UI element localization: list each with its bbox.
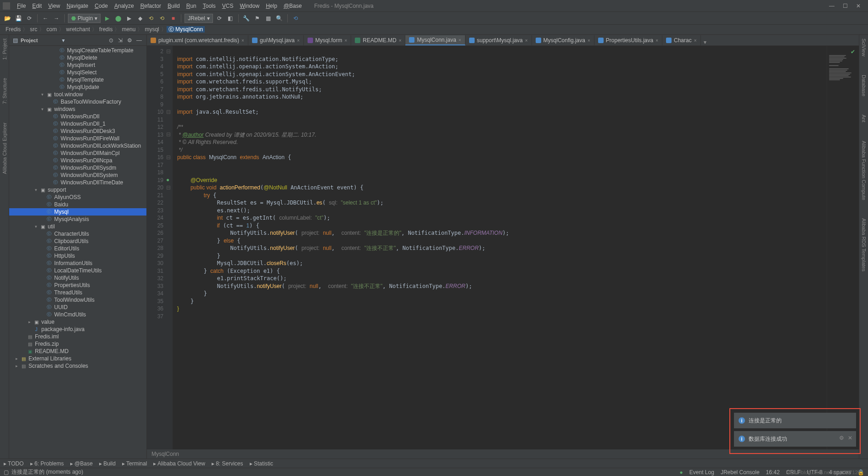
- tool-alibaba-cloud-explorer[interactable]: Alibaba Cloud Explorer: [2, 122, 7, 174]
- jrebel-console-button[interactable]: JRebel Console: [721, 469, 760, 476]
- tree-item-fredis-iml[interactable]: ▤Fredis.iml: [9, 333, 146, 340]
- tree-item-clipboardutils[interactable]: ⓒClipboardUtils: [9, 238, 146, 245]
- save-icon[interactable]: 💾: [14, 14, 23, 23]
- tree-item-basetoolwindowfactory[interactable]: ⓒBaseToolWindowFactory: [9, 98, 146, 105]
- close-icon[interactable]: ×: [694, 38, 697, 43]
- tree-item-external-libraries[interactable]: ▸▤External Libraries: [9, 355, 146, 362]
- run-config-combo[interactable]: ⬣ Plugin ▾: [68, 14, 101, 23]
- tool-statistic[interactable]: ▸ Statistic: [250, 460, 273, 467]
- tree-item-windowsrundllsystem[interactable]: ⓒWindowsRunDllSystem: [9, 172, 146, 179]
- tree-item-util[interactable]: ▾▣util: [9, 223, 146, 230]
- tree-item-windowsrundlllockworkstation[interactable]: ⓒWindowsRunDllLockWorkStation: [9, 142, 146, 149]
- hide-icon[interactable]: —: [136, 37, 143, 44]
- flag-icon[interactable]: ⚑: [253, 14, 262, 23]
- breadcrumb-fredis[interactable]: fredis: [97, 26, 114, 33]
- menu-@base[interactable]: @Base: [280, 3, 305, 9]
- event-log-button[interactable]: Event Log: [689, 469, 714, 476]
- stop-icon[interactable]: ■: [168, 14, 178, 23]
- profile-icon[interactable]: ◆: [135, 14, 145, 23]
- editor-tab-support-mysql-java[interactable]: support\Mysql.java×: [465, 35, 532, 45]
- tree-item-windowsrundlldesk3[interactable]: ⓒWindowsRunDllDesk3: [9, 127, 146, 135]
- editor-tab-plugin-xml--com-wretchant-fredis-[interactable]: plugin.xml (com.wretchant.fredis)×: [147, 35, 248, 45]
- search-icon[interactable]: 🔍: [275, 14, 284, 23]
- tool-alibaba-rds-templates[interactable]: Alibaba RDS Templates: [861, 218, 867, 271]
- tree-item-mysqlupdate[interactable]: ⓒMysqlUpdate: [9, 83, 146, 91]
- hammer-icon[interactable]: 🔧: [242, 14, 251, 23]
- tool-7--structure[interactable]: 7: Structure: [2, 78, 7, 104]
- tree-item-tool-window[interactable]: ▾▣tool.window: [9, 91, 146, 98]
- tree-item-baidu[interactable]: ⓒBaidu: [9, 201, 146, 208]
- editor-tab-mysqlconn-java[interactable]: MysqlConn.java×: [405, 35, 465, 45]
- tree-item-mysql[interactable]: ⓒMysql: [9, 208, 146, 216]
- coverage-icon[interactable]: ▶: [124, 14, 134, 23]
- tree-item-mysqlinsert[interactable]: ⓒMysqlInsert: [9, 61, 146, 69]
- gear-icon[interactable]: ⚙: [127, 37, 134, 44]
- code-minimap[interactable]: ✔: [827, 46, 859, 449]
- tree-item-windowsrundllmaincpl[interactable]: ⓒWindowsRunDllMainCpl: [9, 149, 146, 157]
- menu-code[interactable]: Code: [91, 3, 111, 9]
- fold-gutter[interactable]: ⊟ ⊟ ⊟ ⊟ ● ⊟: [166, 46, 173, 449]
- tool-6--problems[interactable]: ▸ 6: Problems: [30, 460, 64, 467]
- menu-navigate[interactable]: Navigate: [63, 3, 91, 9]
- tree-item-mysqlcreatetabletemplate[interactable]: ⓒMysqlCreateTableTemplate: [9, 47, 146, 54]
- tool-sciview[interactable]: SciView: [861, 39, 867, 56]
- back-icon[interactable]: ←: [41, 14, 50, 23]
- breadcrumb-com[interactable]: com: [45, 26, 59, 33]
- tree-item-windowsrundlltimedate[interactable]: ⓒWindowsRunDllTimeDate: [9, 179, 146, 186]
- breadcrumb-mysqlconn[interactable]: ⓒ MysqlConn: [167, 26, 205, 33]
- tree-item-package-info-java[interactable]: Jpackage-info.java: [9, 326, 146, 333]
- close-icon[interactable]: ✕: [848, 435, 852, 441]
- locate-icon[interactable]: ⊙: [109, 37, 115, 44]
- forward-icon[interactable]: →: [52, 14, 61, 23]
- tree-item-toolwindowutils[interactable]: ⓒToolWindowUtils: [9, 296, 146, 304]
- tree-item-informationutils[interactable]: ⓒInformationUtils: [9, 260, 146, 267]
- tree-item-threadutils[interactable]: ⓒThreadUtils: [9, 289, 146, 296]
- tree-item-editorutils[interactable]: ⓒEditorUtils: [9, 245, 146, 252]
- tool-1--project[interactable]: 1: Project: [2, 39, 7, 60]
- close-icon[interactable]: ×: [459, 38, 461, 43]
- tool-database[interactable]: Database: [861, 75, 867, 96]
- project-tree[interactable]: ⓒMysqlCreateTableTemplateⓒMysqlDeleteⓒMy…: [9, 46, 146, 459]
- tree-item-readme-md[interactable]: ▣README.MD: [9, 348, 146, 355]
- tree-item-windowsrundll[interactable]: ⓒWindowsRunDll: [9, 113, 146, 120]
- menu-build[interactable]: Build: [164, 3, 183, 9]
- close-icon[interactable]: ×: [241, 38, 244, 43]
- tree-item-windows[interactable]: ▾▣windows: [9, 105, 146, 113]
- editor-tab-readme-md[interactable]: README.MD×: [351, 35, 405, 45]
- close-icon[interactable]: ×: [588, 38, 590, 43]
- expand-icon[interactable]: ⇲: [118, 37, 124, 44]
- minimize-icon[interactable]: —: [829, 3, 834, 9]
- close-icon[interactable]: ×: [655, 38, 658, 43]
- debug-icon[interactable]: ⬤: [113, 14, 123, 23]
- close-icon[interactable]: ×: [297, 38, 300, 43]
- tree-item-fredis-zip[interactable]: ▤Fredis.zip: [9, 340, 146, 348]
- tree-item-mysqlanalysis[interactable]: ⓒMysqlAnalysis: [9, 216, 146, 223]
- tool-alibaba-function-compute[interactable]: Alibaba Function Compute: [861, 141, 867, 200]
- tree-item-wincmdutils[interactable]: ⓒWinCmdUtils: [9, 311, 146, 318]
- calendar-icon[interactable]: ▦: [264, 14, 273, 23]
- tree-item-windowsrundllsysdm[interactable]: ⓒWindowsRunDllSysdm: [9, 164, 146, 172]
- open-icon[interactable]: 📂: [3, 14, 12, 23]
- close-icon[interactable]: ×: [344, 38, 347, 43]
- tabs-more-icon[interactable]: ▾: [701, 39, 709, 45]
- tree-item-windowsrundllncpa[interactable]: ⓒWindowsRunDllNcpa: [9, 157, 146, 164]
- editor-tab-mysqlconfig-java[interactable]: MysqlConfig.java×: [532, 35, 594, 45]
- tool-alibaba-cloud-view[interactable]: ▸ Alibaba Cloud View: [153, 460, 205, 467]
- menu-help[interactable]: Help: [263, 3, 280, 9]
- menu-file[interactable]: File: [14, 3, 29, 9]
- close-icon[interactable]: ×: [399, 38, 402, 43]
- tree-item-uuid[interactable]: ⓒUUID: [9, 304, 146, 311]
- tree-item-mysqltemplate[interactable]: ⓒMysqlTemplate: [9, 76, 146, 83]
- code-editor[interactable]: import com.intellij.notification.Notific…: [173, 46, 827, 449]
- editor-tab-gui-mysql-java[interactable]: gui\Mysql.java×: [248, 35, 304, 45]
- editor-tab-mysql-form[interactable]: Mysql.form×: [304, 35, 352, 45]
- tool-todo[interactable]: ▸ TODO: [4, 460, 24, 467]
- tool-build[interactable]: ▸ Build: [99, 460, 116, 467]
- menu-run[interactable]: Run: [183, 3, 200, 9]
- tree-item-httputils[interactable]: ⓒHttpUtils: [9, 252, 146, 260]
- rerun2-icon[interactable]: ⟲: [157, 14, 167, 23]
- tool-8--services[interactable]: ▸ 8: Services: [212, 460, 243, 467]
- tree-item-propertiesutils[interactable]: ⓒPropertiesUtils: [9, 282, 146, 289]
- jrebel-combo[interactable]: JRebel▾: [185, 14, 213, 23]
- breadcrumb-mysql[interactable]: mysql: [143, 26, 161, 33]
